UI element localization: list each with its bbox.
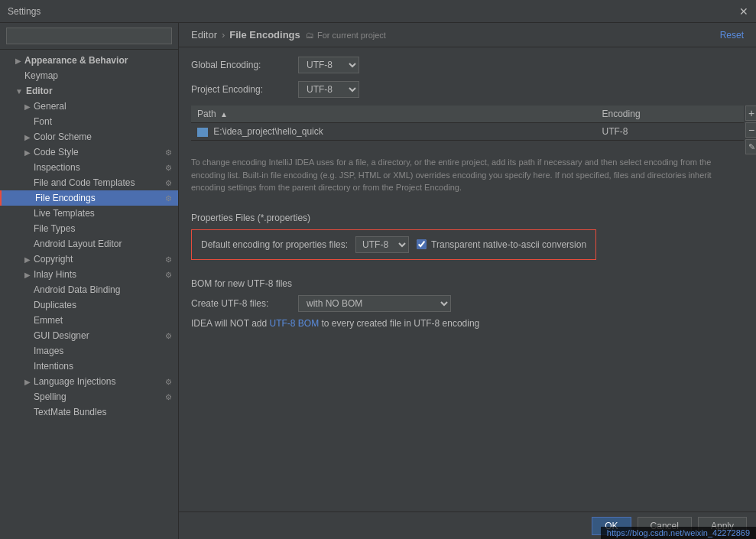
info-text: To change encoding IntelliJ IDEA uses fo… xyxy=(191,150,744,200)
window-title: Settings xyxy=(8,6,739,17)
sidebar-item-label: Inlay Hints xyxy=(34,269,76,280)
bom-section-title: BOM for new UTF-8 files xyxy=(191,278,744,289)
sidebar-item-code-style[interactable]: ▶ Code Style ⚙ xyxy=(0,144,178,160)
sidebar-item-label: Images xyxy=(34,346,63,356)
properties-box: Default encoding for properties files: U… xyxy=(191,229,596,260)
sidebar-item-inspections[interactable]: Inspections ⚙ xyxy=(0,160,178,175)
sidebar-item-keymap[interactable]: Keymap xyxy=(0,68,178,83)
sidebar-item-label: General xyxy=(34,101,67,112)
config-icon: ⚙ xyxy=(165,194,172,203)
sidebar-item-duplicates[interactable]: Duplicates xyxy=(0,297,178,313)
sidebar-item-label: GUI Designer xyxy=(34,330,89,341)
sidebar-item-inlay-hints[interactable]: ▶ Inlay Hints ⚙ xyxy=(0,267,178,282)
sidebar-item-label: Color Scheme xyxy=(34,132,92,142)
arrow-icon: ▶ xyxy=(24,378,31,386)
sidebar-item-file-types[interactable]: File Types xyxy=(0,221,178,236)
config-icon: ⚙ xyxy=(165,148,172,157)
sidebar-item-emmet[interactable]: Emmet xyxy=(0,313,178,328)
folder-icon xyxy=(197,128,208,137)
sidebar-item-label: Duplicates xyxy=(34,300,76,310)
sidebar-item-language-injections[interactable]: ▶ Language Injections ⚙ xyxy=(0,374,178,389)
sidebar-item-label: Editor xyxy=(26,86,53,96)
transparent-label: Transparent native-to-ascii conversion xyxy=(431,239,586,250)
bom-link[interactable]: UTF-8 BOM xyxy=(269,318,319,329)
encoding-cell: UTF-8 xyxy=(596,123,744,141)
content-area: Global Encoding: UTF-8 Project Encoding:… xyxy=(179,47,756,511)
add-row-button[interactable]: + xyxy=(745,106,756,121)
arrow-icon: ▶ xyxy=(24,271,31,279)
sidebar-item-label: Intentions xyxy=(34,361,73,372)
project-encoding-label: Project Encoding: xyxy=(191,84,290,95)
sidebar-item-label: Copyright xyxy=(34,254,73,265)
sidebar-item-intentions[interactable]: Intentions xyxy=(0,359,178,374)
sidebar-item-label: Appearance & Behavior xyxy=(24,55,128,66)
transparent-checkbox-label[interactable]: Transparent native-to-ascii conversion xyxy=(417,239,586,250)
bom-info-prefix: IDEA will NOT add xyxy=(191,318,269,329)
project-icon: 🗂 xyxy=(306,31,314,40)
config-icon: ⚙ xyxy=(165,271,172,279)
sidebar-item-live-templates[interactable]: Live Templates xyxy=(0,206,178,221)
sidebar-item-copyright[interactable]: ▶ Copyright ⚙ xyxy=(0,252,178,267)
search-input[interactable] xyxy=(6,28,172,44)
sidebar-item-android-layout-editor[interactable]: Android Layout Editor xyxy=(0,236,178,252)
close-button[interactable]: ✕ xyxy=(739,5,748,18)
sidebar-item-appearance[interactable]: ▶ Appearance & Behavior xyxy=(0,53,178,68)
config-icon: ⚙ xyxy=(165,378,172,386)
sidebar-item-file-encodings[interactable]: File Encodings ⚙ xyxy=(0,190,178,206)
sidebar-item-font[interactable]: Font xyxy=(0,114,178,129)
sidebar-item-file-code-templates[interactable]: File and Code Templates ⚙ xyxy=(0,175,178,190)
search-box xyxy=(0,23,178,50)
arrow-icon: ▶ xyxy=(24,255,31,264)
sidebar-item-label: Android Layout Editor xyxy=(34,239,122,249)
bottom-url: https://blog.csdn.net/weixin_42272869 xyxy=(601,527,756,539)
sidebar-item-label: File and Code Templates xyxy=(34,177,135,188)
properties-section-title: Properties Files (*.properties) xyxy=(191,213,744,223)
main-content: Editor › File Encodings 🗂 For current pr… xyxy=(179,23,756,539)
arrow-icon: ▶ xyxy=(24,148,31,157)
url-text: https://blog.csdn.net/weixin_42272869 xyxy=(607,528,750,537)
table-row: E:\idea_project\hello_quick UTF-8 xyxy=(191,123,744,141)
sidebar-item-spelling[interactable]: Spelling ⚙ xyxy=(0,389,178,404)
sidebar-item-editor[interactable]: ▼ Editor xyxy=(0,83,178,99)
properties-encoding-select[interactable]: UTF-8 xyxy=(355,236,409,253)
file-table-wrapper: Path ▲ Encoding E:\idea_project\hello_qu… xyxy=(191,106,744,141)
breadcrumb-current: File Encodings xyxy=(229,29,300,41)
breadcrumb-parent: Editor xyxy=(191,29,217,41)
config-icon: ⚙ xyxy=(165,393,172,401)
remove-row-button[interactable]: − xyxy=(745,122,756,138)
encoding-column-header[interactable]: Encoding xyxy=(596,106,744,123)
edit-row-button[interactable]: ✎ xyxy=(745,139,756,154)
sort-icon: ▲ xyxy=(220,110,228,119)
sidebar-item-textmate-bundles[interactable]: TextMate Bundles xyxy=(0,404,178,420)
props-row: Default encoding for properties files: U… xyxy=(201,236,586,253)
path-column-header[interactable]: Path ▲ xyxy=(191,106,596,123)
create-utf8-label: Create UTF-8 files: xyxy=(191,298,290,309)
path-cell: E:\idea_project\hello_quick xyxy=(191,123,596,141)
transparent-checkbox[interactable] xyxy=(417,239,427,249)
breadcrumb: Editor › File Encodings 🗂 For current pr… xyxy=(191,29,386,41)
arrow-icon: ▶ xyxy=(15,57,21,65)
sidebar-item-color-scheme[interactable]: ▶ Color Scheme xyxy=(0,129,178,144)
sidebar-item-label: File Types xyxy=(34,223,75,234)
bom-info: IDEA will NOT add UTF-8 BOM to every cre… xyxy=(191,318,744,329)
arrow-icon: ▼ xyxy=(15,87,23,96)
sidebar-item-general[interactable]: ▶ General xyxy=(0,99,178,114)
bom-select[interactable]: with NO BOM with BOM xyxy=(298,295,451,312)
bom-info-suffix: to every created file in UTF-8 encoding xyxy=(322,318,480,329)
sidebar-item-images[interactable]: Images xyxy=(0,343,178,359)
settings-window: Settings ✕ ▶ Appearance & Behavior Keyma… xyxy=(0,0,756,539)
sidebar-item-label: Android Data Binding xyxy=(34,284,120,295)
project-encoding-select[interactable]: UTF-8 xyxy=(298,81,359,98)
sidebar-item-gui-designer[interactable]: GUI Designer ⚙ xyxy=(0,328,178,343)
breadcrumb-separator: › xyxy=(222,29,225,41)
config-icon: ⚙ xyxy=(165,255,172,264)
for-project-label: 🗂 For current project xyxy=(306,31,386,40)
global-encoding-label: Global Encoding: xyxy=(191,60,290,70)
sidebar-item-label: Language Injections xyxy=(34,376,115,387)
project-encoding-row: Project Encoding: UTF-8 xyxy=(191,81,744,98)
reset-button[interactable]: Reset xyxy=(720,30,744,41)
sidebar-item-label: Font xyxy=(34,116,52,127)
sidebar-item-android-data-binding[interactable]: Android Data Binding xyxy=(0,282,178,297)
sidebar: ▶ Appearance & Behavior Keymap ▼ Editor … xyxy=(0,23,179,539)
global-encoding-select[interactable]: UTF-8 xyxy=(298,57,359,73)
